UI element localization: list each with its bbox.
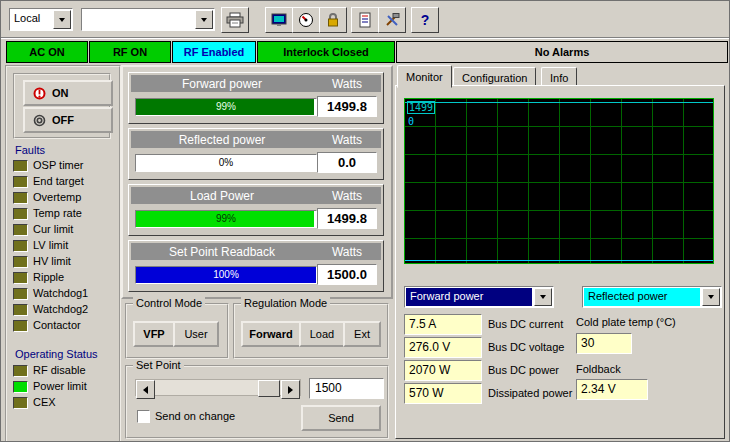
bus-dc-current-label: Bus DC current xyxy=(488,318,563,330)
fault-label: LV limit xyxy=(33,239,68,251)
fault-label: Cur limit xyxy=(33,223,73,235)
user-button[interactable]: User xyxy=(173,321,219,347)
fault-led-cur-limit xyxy=(13,224,28,236)
meter-value: 0.0 xyxy=(317,152,377,173)
meter-unit: Watts xyxy=(313,75,381,92)
log-button[interactable] xyxy=(351,7,379,33)
set-point-slider[interactable] xyxy=(135,379,301,396)
meter-percent: 99% xyxy=(136,213,316,224)
meter-percent: 100% xyxy=(136,269,316,280)
fault-label: End target xyxy=(33,175,84,187)
on-button[interactable]: ON xyxy=(23,80,113,106)
slider-thumb[interactable] xyxy=(258,380,280,397)
user-button-label: User xyxy=(184,328,207,340)
chevron-down-icon xyxy=(201,18,207,22)
print-button[interactable] xyxy=(221,7,249,33)
device-combo-value xyxy=(82,9,194,30)
fault-label: Overtemp xyxy=(33,191,81,203)
meter-bar: 0% xyxy=(135,154,317,172)
meter-value: 1499.8 xyxy=(317,96,377,117)
trace2-combo-value: Reflected power xyxy=(584,288,700,306)
trace2-combo-dropdown-button[interactable] xyxy=(702,288,720,306)
fault-led-watchdog2 xyxy=(13,304,28,316)
bus-dc-power-label: Bus DC power xyxy=(488,364,559,376)
faults-title: Faults xyxy=(15,144,45,156)
status-label: RF ON xyxy=(113,46,147,58)
help-button[interactable]: ? xyxy=(411,7,439,33)
trace2-combo[interactable]: Reflected power xyxy=(582,286,722,308)
chevron-down-icon xyxy=(540,295,546,299)
status-led-rf-disable xyxy=(13,365,28,377)
fault-led-temp-rate xyxy=(13,208,28,220)
alarm-banner: No Alarms xyxy=(396,41,728,63)
send-on-change-label: Send on change xyxy=(155,410,235,422)
meter-bar: 99% xyxy=(135,98,317,116)
log-icon xyxy=(357,12,373,28)
send-button-label: Send xyxy=(328,412,354,424)
meter-bar: 99% xyxy=(135,210,317,228)
dissipated-power-label: Dissipated power xyxy=(488,387,572,399)
tools-button[interactable] xyxy=(378,7,406,33)
lock-button[interactable] xyxy=(319,7,347,33)
load-button-label: Load xyxy=(310,328,334,340)
status-rf-enabled: RF Enabled xyxy=(172,41,256,63)
fault-label: Watchdog1 xyxy=(33,287,88,299)
load-button[interactable]: Load xyxy=(299,321,345,347)
meter-unit: Watts xyxy=(313,131,381,148)
meter-percent: 0% xyxy=(136,157,316,168)
app-window: Local xyxy=(0,0,730,442)
gauge-icon xyxy=(298,12,314,28)
device-combo-dropdown-button[interactable] xyxy=(195,10,213,29)
fault-led-end-target xyxy=(13,176,28,188)
fault-led-osp-timer xyxy=(13,160,28,172)
trace1-combo-value: Forward power xyxy=(406,288,532,306)
gauge-button[interactable] xyxy=(292,7,320,33)
trace1-combo-dropdown-button[interactable] xyxy=(534,288,552,306)
status-label: RF Enabled xyxy=(184,46,245,58)
local-combo-value: Local xyxy=(10,9,52,30)
set-point-input[interactable]: 1500 xyxy=(309,378,384,399)
control-mode-title: Control Mode xyxy=(133,297,205,309)
chevron-down-icon xyxy=(708,295,714,299)
send-on-change-checkbox[interactable] xyxy=(137,410,150,423)
status-rf-on: RF ON xyxy=(89,41,171,63)
chevron-down-icon xyxy=(59,18,65,22)
local-combo-dropdown-button[interactable] xyxy=(53,10,71,29)
foldback-input[interactable]: 2.34 V xyxy=(576,379,648,400)
power-group: ON OFF xyxy=(13,73,111,139)
toolbar: Local xyxy=(1,1,729,38)
display-icon xyxy=(271,12,287,28)
device-combo[interactable] xyxy=(81,8,215,31)
trace1-value-label: 1499 xyxy=(407,101,435,114)
local-combo[interactable]: Local xyxy=(9,8,73,31)
left-panel: ON OFF Faults OSP timer End target Overt… xyxy=(5,65,121,442)
control-mode-group: Control Mode VFP User xyxy=(125,303,229,359)
foldback-label: Foldback xyxy=(576,363,621,375)
forward-button[interactable]: Forward xyxy=(241,321,301,347)
fault-led-contactor xyxy=(13,320,28,332)
vfp-button[interactable]: VFP xyxy=(133,321,175,347)
fault-led-overtemp xyxy=(13,192,28,204)
monitor-panel-button[interactable] xyxy=(265,7,293,33)
send-button[interactable]: Send xyxy=(301,405,381,431)
status-interlock: Interlock Closed xyxy=(257,41,395,63)
off-button[interactable]: OFF xyxy=(23,107,113,133)
status-item-label: RF disable xyxy=(33,364,86,376)
meter-title: Forward power xyxy=(131,75,313,92)
meter-reflected-power: Reflected power Watts 0% 0.0 xyxy=(128,128,384,180)
bus-dc-power-field: 2070 W xyxy=(404,360,482,381)
tools-icon xyxy=(384,12,400,28)
tab-control: Monitor Configuration Info 1499 0 Forwar… xyxy=(395,65,725,439)
trace1-combo[interactable]: Forward power xyxy=(404,286,554,308)
trace2-value-label: 0 xyxy=(408,116,414,127)
tab-monitor[interactable]: Monitor xyxy=(397,65,452,88)
fault-label: OSP timer xyxy=(33,159,84,171)
slider-left-arrow[interactable] xyxy=(136,380,155,399)
ext-button[interactable]: Ext xyxy=(343,321,381,347)
meter-bar: 100% xyxy=(135,266,317,284)
fault-led-ripple xyxy=(13,272,28,284)
meter-set-point-readback: Set Point Readback Watts 100% 1500.0 xyxy=(128,240,384,292)
cold-plate-temp-input[interactable]: 30 xyxy=(576,333,632,354)
bus-dc-current-field: 7.5 A xyxy=(404,314,482,335)
slider-right-arrow[interactable] xyxy=(281,380,300,399)
